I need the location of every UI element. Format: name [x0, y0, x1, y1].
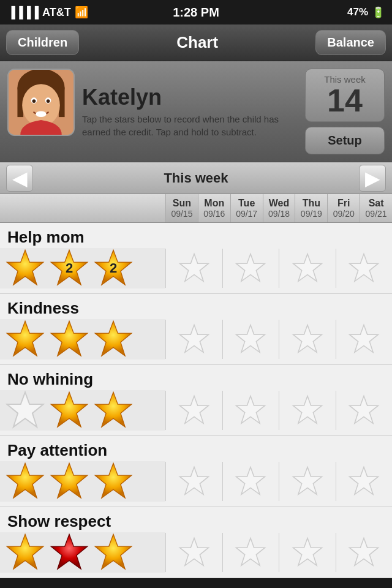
star-tue[interactable]: 2 [93, 248, 134, 288]
star-mon[interactable] [49, 319, 89, 360]
star-mon[interactable] [49, 390, 89, 431]
svg-marker-30 [350, 396, 379, 424]
star-wed[interactable] [165, 320, 222, 359]
prev-week-button[interactable]: ◀ [6, 165, 33, 192]
svg-marker-34 [179, 467, 208, 495]
star-wed[interactable] [165, 462, 222, 501]
day-header-tue: Tue 09/17 [230, 194, 263, 222]
status-left: ▐▐▐▐ AT&T 📶 [7, 6, 88, 19]
task-done-stars[interactable] [0, 461, 165, 502]
profile-photo [7, 69, 75, 136]
star-empty[interactable] [292, 466, 323, 497]
star-empty[interactable] [292, 537, 323, 568]
star-sun[interactable] [5, 532, 45, 573]
star-empty[interactable] [235, 323, 266, 355]
children-button[interactable]: Children [6, 30, 79, 55]
star-thu[interactable] [222, 320, 279, 359]
next-week-button[interactable]: ▶ [359, 165, 386, 192]
star-empty[interactable] [178, 323, 210, 355]
task-future-stars[interactable] [165, 533, 392, 572]
star-empty[interactable] [348, 323, 380, 355]
star-empty[interactable] [235, 394, 266, 426]
star-wed[interactable] [165, 533, 222, 572]
balance-button[interactable]: Balance [315, 30, 386, 55]
star-empty[interactable] [292, 252, 323, 284]
task-future-stars[interactable] [165, 391, 392, 430]
star-fri[interactable] [279, 249, 336, 288]
star-sat[interactable] [336, 533, 393, 572]
profile-info: Katelyn Tap the stars below to record wh… [82, 69, 298, 154]
task-stars-row [0, 319, 392, 364]
star-tue[interactable] [93, 319, 134, 360]
star-sun[interactable] [5, 248, 45, 288]
star-thu[interactable] [222, 462, 279, 501]
star-fri[interactable] [279, 533, 336, 572]
star-tue[interactable] [93, 461, 134, 502]
task-row: No whining [0, 365, 392, 436]
star-empty[interactable] [178, 466, 210, 497]
star-fri[interactable] [279, 320, 336, 359]
star-fri[interactable] [279, 462, 336, 501]
star-sun[interactable] [5, 390, 45, 431]
task-name: No whining [0, 365, 392, 390]
svg-marker-40 [95, 534, 131, 569]
task-future-stars[interactable] [165, 320, 392, 359]
status-bar: ▐▐▐▐ AT&T 📶 1:28 PM 47% 🔋 [0, 0, 392, 24]
star-mon[interactable] [49, 461, 89, 502]
star-empty[interactable] [178, 252, 210, 284]
svg-marker-43 [293, 538, 322, 566]
star-wed[interactable] [165, 249, 222, 288]
star-thu[interactable] [222, 249, 279, 288]
day-header-fri: Fri 09/20 [327, 194, 360, 222]
star-mon[interactable] [49, 532, 89, 573]
profile-name: Katelyn [82, 85, 298, 110]
star-thu[interactable] [222, 391, 279, 430]
star-empty[interactable] [235, 537, 266, 568]
star-sat[interactable] [336, 249, 393, 288]
day-name: Wed [265, 198, 294, 209]
star-sat[interactable] [336, 320, 393, 359]
star-empty[interactable] [178, 537, 210, 568]
task-future-stars[interactable] [165, 462, 392, 501]
star-fri[interactable] [279, 391, 336, 430]
svg-marker-36 [293, 467, 322, 495]
day-date: 09/20 [329, 209, 358, 219]
setup-button[interactable]: Setup [305, 127, 385, 154]
star-mon[interactable]: 2 [49, 248, 89, 288]
day-date: 09/16 [200, 209, 229, 219]
star-empty[interactable] [292, 323, 323, 355]
star-empty[interactable] [292, 394, 323, 426]
task-name: Pay attention [0, 436, 392, 461]
task-future-stars[interactable] [165, 249, 392, 288]
task-done-stars[interactable] [0, 319, 165, 360]
star-empty[interactable] [348, 252, 380, 284]
star-tue[interactable] [93, 532, 134, 573]
star-empty[interactable] [348, 394, 380, 426]
day-header-wed: Wed 09/18 [263, 194, 295, 222]
task-done-stars[interactable]: 2 2 [0, 248, 165, 288]
star-sat[interactable] [336, 391, 393, 430]
task-name: Show respect [0, 507, 392, 532]
task-done-stars[interactable] [0, 532, 165, 573]
star-wed[interactable] [165, 391, 222, 430]
task-stars-row [0, 461, 392, 507]
battery-label: 47% [347, 6, 368, 18]
star-sun[interactable] [5, 461, 45, 502]
star-empty[interactable] [235, 466, 266, 497]
svg-marker-23 [350, 325, 379, 353]
star-empty[interactable] [178, 394, 210, 426]
star-tue[interactable] [93, 390, 134, 431]
star-empty[interactable] [348, 537, 380, 568]
star-empty[interactable] [235, 252, 266, 284]
profile-section: Katelyn Tap the stars below to record wh… [0, 61, 392, 162]
star-sun[interactable] [5, 319, 45, 360]
star-thu[interactable] [222, 533, 279, 572]
day-name: Sat [361, 198, 391, 209]
task-done-stars[interactable] [0, 390, 165, 431]
week-nav: ◀ This week ▶ [0, 162, 392, 194]
svg-marker-11 [51, 250, 87, 285]
day-date: 09/21 [361, 209, 391, 219]
star-empty[interactable] [348, 466, 380, 497]
star-sat[interactable] [336, 462, 393, 501]
day-name: Tue [232, 198, 262, 209]
